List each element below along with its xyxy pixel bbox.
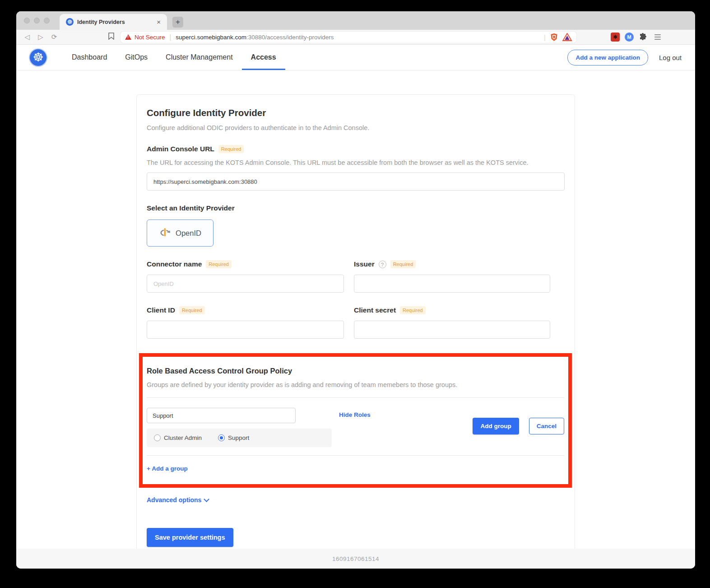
browser-toolbar: ◁ ▷ ⟳ Not Secure | superci.somebigbank.c… (16, 30, 695, 45)
select-provider-label: Select an Identity Provider (147, 204, 235, 212)
required-badge: Required (400, 306, 426, 314)
openid-provider-tile[interactable]: OpenID (147, 219, 213, 247)
logout-link[interactable]: Log out (659, 54, 682, 61)
address-bar[interactable]: Not Secure | superci.somebigbank.com:308… (121, 32, 576, 43)
url-path: :30880/access/identity-providers (246, 34, 334, 41)
radio-unchecked-icon (154, 434, 161, 441)
reload-icon[interactable]: ⟳ (49, 33, 60, 41)
required-badge: Required (390, 260, 416, 268)
radio-checked-icon (218, 434, 225, 441)
issuer-input[interactable] (354, 275, 550, 293)
nav-item-gitops[interactable]: GitOps (116, 45, 157, 70)
close-window-icon[interactable] (24, 18, 30, 23)
required-badge: Required (206, 260, 232, 268)
admin-console-url-label: Admin Console URL (147, 145, 214, 153)
footer-timestamp: 1609167061514 (332, 555, 379, 562)
openid-provider-label: OpenID (176, 229, 201, 238)
advanced-options-label: Advanced options (147, 496, 201, 504)
close-tab-icon[interactable]: × (155, 18, 162, 26)
identity-provider-card: Configure Identity Provider Configure ad… (136, 94, 575, 549)
page-title: Configure Identity Provider (147, 107, 565, 118)
cancel-button[interactable]: Cancel (529, 418, 564, 434)
extension-red-icon[interactable]: ✱ (611, 33, 620, 42)
add-new-application-button[interactable]: Add a new application (567, 50, 648, 65)
app-header: ☸ Dashboard GitOps Cluster Management Ac… (16, 45, 695, 70)
divider (147, 397, 564, 398)
kubernetes-favicon-icon: ☸ (66, 18, 74, 26)
divider (147, 455, 564, 456)
url-separator: | (170, 33, 172, 41)
required-badge: Required (179, 306, 205, 314)
group-name-input[interactable] (147, 408, 296, 423)
brave-shield-icon[interactable] (550, 33, 558, 42)
url-right-separator: | (544, 33, 546, 41)
role-support-label: Support (228, 434, 249, 441)
role-cluster-admin-label: Cluster Admin (164, 434, 202, 441)
page-footer: 1609167061514 (16, 549, 695, 569)
client-id-label: Client ID (147, 306, 175, 314)
window-controls (16, 18, 60, 23)
admin-console-url-help: The URL for accessing the KOTS Admin Con… (147, 159, 565, 166)
client-secret-label: Client secret (354, 306, 396, 314)
bat-triangle-icon[interactable] (562, 33, 572, 41)
add-a-group-link[interactable]: + Add a group (147, 465, 188, 472)
client-secret-input[interactable] (354, 321, 550, 339)
url-host: superci.somebigbank.com (176, 34, 246, 41)
rbac-title: Role Based Access Control Group Policy (147, 367, 564, 375)
role-support-radio[interactable]: Support (218, 434, 249, 441)
browser-tab[interactable]: ☸ Identity Providers × (60, 14, 167, 30)
forward-icon[interactable]: ▷ (35, 33, 46, 41)
browser-window: ☸ Identity Providers × + ◁ ▷ ⟳ Not Secur… (16, 11, 695, 569)
main-nav: Dashboard GitOps Cluster Management Acce… (63, 45, 285, 70)
menu-icon[interactable] (654, 34, 661, 40)
extension-m-icon[interactable]: M (625, 33, 634, 42)
rbac-subtitle: Groups are defined by your identity prov… (147, 381, 564, 388)
tab-strip: ☸ Identity Providers × + (16, 11, 695, 30)
not-secure-label[interactable]: Not Secure (135, 34, 165, 41)
chevron-down-icon (204, 496, 209, 502)
page-content: Configure Identity Provider Configure ad… (16, 70, 695, 549)
nav-item-cluster-management[interactable]: Cluster Management (157, 45, 242, 70)
kubernetes-logo-icon[interactable]: ☸ (30, 49, 46, 66)
advanced-options-toggle[interactable]: Advanced options (147, 496, 565, 504)
add-group-button[interactable]: Add group (473, 418, 519, 434)
zoom-window-icon[interactable] (44, 18, 50, 23)
openid-logo-icon (159, 227, 172, 239)
tab-title: Identity Providers (77, 19, 151, 25)
connector-name-input[interactable] (147, 275, 344, 293)
client-id-input[interactable] (147, 321, 344, 339)
role-cluster-admin-radio[interactable]: Cluster Admin (154, 434, 202, 441)
page-subtitle: Configure additional ODIC providers to a… (147, 124, 565, 131)
admin-console-url-input[interactable] (147, 173, 565, 191)
minimize-window-icon[interactable] (34, 18, 40, 23)
rbac-group-policy-section: Role Based Access Control Group Policy G… (139, 353, 572, 488)
issuer-label: Issuer (354, 260, 375, 268)
help-question-icon[interactable]: ? (379, 261, 386, 268)
connector-name-label: Connector name (147, 260, 202, 268)
bookmark-icon[interactable] (108, 33, 114, 42)
nav-item-access[interactable]: Access (242, 45, 285, 70)
save-provider-settings-button[interactable]: Save provider settings (147, 528, 233, 547)
nav-item-dashboard[interactable]: Dashboard (63, 45, 116, 70)
hide-roles-link[interactable]: Hide Roles (339, 411, 371, 418)
new-tab-button[interactable]: + (172, 17, 183, 28)
extensions-puzzle-icon[interactable] (639, 33, 647, 41)
back-icon[interactable]: ◁ (22, 33, 32, 41)
roles-radio-group: Cluster Admin Support (147, 429, 332, 447)
warning-triangle-icon (125, 34, 131, 40)
required-badge: Required (218, 145, 244, 153)
